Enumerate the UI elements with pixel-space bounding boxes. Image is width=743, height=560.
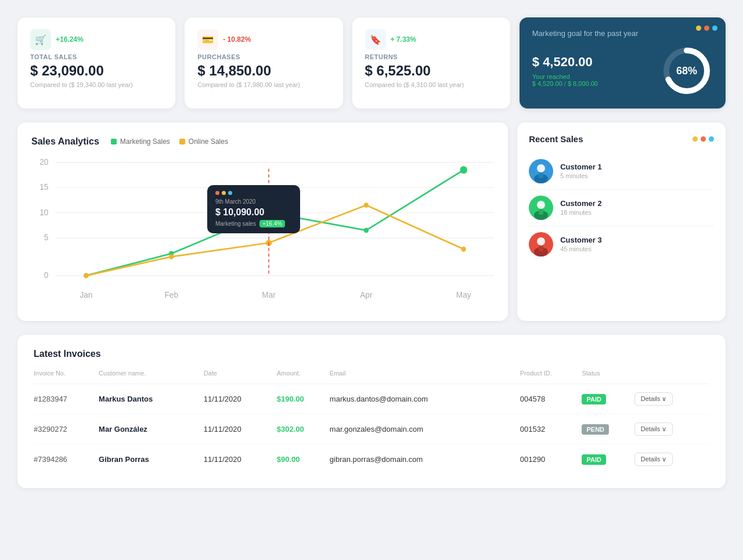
customer-avatar: [529, 159, 553, 183]
svg-point-29: [537, 164, 545, 172]
legend: Marketing Sales Online Sales: [111, 138, 228, 146]
dot-blue: [712, 26, 717, 31]
dashboard: 🛒 +16.24% TOTAL SALES $ 23,090.00 Compar…: [17, 17, 726, 488]
svg-rect-39: [539, 245, 543, 251]
stat-header: 💳 - 10.82%: [197, 29, 330, 50]
svg-text:20: 20: [39, 157, 48, 167]
stat-value: $ 6,525.00: [365, 63, 497, 79]
svg-text:10: 10: [39, 208, 48, 217]
stat-label: RETURNS: [365, 53, 497, 60]
invoice-date: 11/11/2020: [204, 444, 277, 474]
stats-row: 🛒 +16.24% TOTAL SALES $ 23,090.00 Compar…: [17, 17, 726, 109]
invoice-number: #1283947: [34, 384, 99, 414]
customer-name: Customer 3: [560, 236, 602, 244]
rs-dot-1: [692, 136, 698, 142]
chart-area: 20 15 10 5 0 Jan Feb Mar Apr May: [31, 156, 494, 307]
status-badge: PAID: [582, 454, 605, 465]
svg-point-33: [537, 201, 545, 209]
svg-point-37: [537, 237, 545, 245]
table-row: #3290272 Mar González 11/11/2020 $302.00…: [34, 414, 709, 444]
invoice-customer: Gibran Porras: [99, 444, 204, 474]
invoice-email: gibran.porras@domain.com: [330, 444, 520, 474]
goal-title: Marketing goal for the past year: [532, 29, 713, 39]
invoice-customer: Mar González: [99, 414, 204, 444]
svg-point-22: [84, 273, 88, 278]
rs-dots: [692, 136, 714, 142]
customer-time: 45 minutes: [560, 245, 602, 252]
analytics-card: Sales Analytics Marketing Sales Online S…: [17, 122, 508, 321]
svg-rect-31: [539, 172, 543, 178]
table-column-header: Product ID.: [520, 370, 582, 384]
table-column-header: Email: [330, 370, 520, 384]
invoice-email: mar.gonzales@domain.com: [330, 414, 520, 444]
legend-online: Online Sales: [179, 138, 228, 146]
stat-trend: +16.24%: [56, 35, 84, 44]
customer-name: Customer 2: [560, 199, 602, 208]
table-column-header: Date: [204, 370, 277, 384]
invoices-thead: Invoice No.Customer name.DateAmount.Emai…: [34, 370, 709, 384]
invoice-status: PEND: [582, 414, 634, 444]
customer-info: Customer 3 45 minutes: [560, 236, 602, 252]
invoice-number: #7394286: [34, 444, 99, 474]
legend-dot-online: [179, 139, 185, 144]
rs-dot-3: [709, 136, 714, 142]
customer-info: Customer 2 18 minutes: [560, 199, 602, 216]
stat-icon: 🔖: [365, 29, 386, 50]
table-column-header: Amount.: [277, 370, 330, 384]
details-button[interactable]: Details ∨: [634, 453, 673, 466]
stat-card-returns: 🔖 + 7.33% RETURNS $ 6,525.00 Compared to…: [352, 17, 510, 109]
goal-donut: 68%: [661, 45, 713, 97]
status-badge: PEND: [582, 424, 609, 435]
customer-avatar: [529, 232, 553, 256]
invoices-title: Latest Invoices: [34, 349, 709, 359]
analytics-title: Sales Analytics: [31, 136, 99, 147]
dot-orange: [704, 26, 709, 31]
analytics-header: Sales Analytics Marketing Sales Online S…: [31, 136, 494, 147]
stat-card-purchases: 💳 - 10.82% PURCHASES $ 14,850.00 Compare…: [185, 17, 342, 109]
invoice-status: PAID: [582, 444, 634, 474]
table-column-header: Customer name.: [99, 370, 204, 384]
status-badge: PAID: [582, 394, 605, 404]
svg-point-21: [460, 166, 467, 174]
recent-sales-title: Recent Sales: [529, 134, 583, 144]
details-button[interactable]: Details ∨: [634, 392, 673, 406]
stat-compare: Compared to ($ 19,340.00 last year): [30, 81, 163, 88]
dot-yellow: [696, 26, 701, 31]
goal-amount: $ 4,520.00: [532, 55, 598, 70]
svg-rect-35: [539, 209, 543, 215]
stat-value: $ 14,850.00: [197, 63, 330, 79]
customer-time: 18 minutes: [560, 209, 602, 216]
invoice-amount: $190.00: [277, 384, 330, 414]
stat-label: TOTAL SALES: [30, 53, 163, 60]
customer-item: Customer 1 5 minutes: [529, 153, 714, 190]
svg-text:0: 0: [44, 270, 49, 280]
details-button[interactable]: Details ∨: [634, 422, 673, 436]
svg-text:May: May: [456, 290, 471, 299]
invoice-amount: $302.00: [277, 414, 330, 444]
recent-sales-card: Recent Sales Customer 1 5 minutes Custom…: [517, 122, 726, 321]
invoice-status: PAID: [582, 384, 634, 414]
goal-card: Marketing goal for the past year $ 4,520…: [520, 17, 726, 109]
svg-text:Mar: Mar: [262, 290, 276, 299]
svg-text:Jan: Jan: [80, 290, 92, 299]
svg-text:Feb: Feb: [164, 290, 178, 299]
legend-dot-marketing: [111, 139, 117, 144]
invoices-table: Invoice No.Customer name.DateAmount.Emai…: [34, 370, 709, 474]
invoice-product-id: 004578: [520, 384, 582, 414]
invoice-email: markus.dantos@domain.com: [330, 384, 520, 414]
svg-text:5: 5: [44, 233, 49, 242]
invoice-product-id: 001532: [520, 414, 582, 444]
invoice-actions: Details ∨: [634, 384, 709, 414]
middle-row: Sales Analytics Marketing Sales Online S…: [17, 122, 726, 321]
customer-item: Customer 2 18 minutes: [529, 190, 714, 226]
invoice-date: 11/11/2020: [204, 384, 277, 414]
invoice-actions: Details ∨: [634, 414, 709, 444]
table-column-header: Status: [582, 370, 634, 384]
table-header-row: Invoice No.Customer name.DateAmount.Emai…: [34, 370, 709, 384]
invoices-card: Latest Invoices Invoice No.Customer name…: [17, 335, 726, 488]
goal-percentage: 68%: [676, 64, 697, 77]
svg-point-25: [364, 203, 369, 208]
invoices-tbody: #1283947 Markus Dantos 11/11/2020 $190.0…: [34, 384, 709, 474]
legend-marketing: Marketing Sales: [111, 138, 170, 146]
svg-text:15: 15: [39, 182, 48, 192]
